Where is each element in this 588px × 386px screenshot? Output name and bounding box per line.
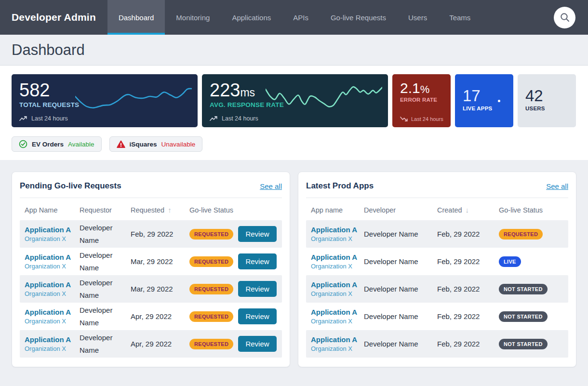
nav-items: DashboardMonitoringApplicationsAPIsGo-li… — [107, 0, 481, 35]
developer-cell: Developer Name — [364, 285, 437, 293]
column-header-go-live-status[interactable]: Go-live Status — [499, 206, 568, 214]
stat-period: Last 24 hours — [210, 115, 258, 122]
stat-unit: ms — [240, 86, 255, 99]
stat-card-users: 42USERS — [518, 74, 576, 127]
search-icon — [560, 12, 570, 23]
column-header-label: Go-live Status — [499, 206, 543, 214]
app-name-link[interactable]: Application A — [25, 253, 80, 262]
column-header-created[interactable]: Created↓ — [437, 206, 499, 214]
nav-item-teams[interactable]: Teams — [438, 0, 481, 35]
status-cell: REQUESTED — [499, 229, 568, 240]
app-org-link[interactable]: Organization X — [25, 235, 80, 242]
app-org-link[interactable]: Organization X — [25, 290, 80, 297]
app-name-link[interactable]: Application A — [25, 308, 80, 317]
status-badge-not-started: NOT STARTED — [499, 311, 548, 322]
created-date-cell: Feb, 29 2022 — [437, 257, 499, 266]
app-name-link[interactable]: Application A — [311, 308, 364, 317]
app-org-link[interactable]: Organization X — [25, 318, 80, 325]
stat-period-label: Last 24 hours — [411, 116, 443, 122]
warning-triangle-icon — [117, 140, 125, 148]
app-org-link[interactable]: Organization X — [311, 345, 364, 352]
sort-asc-icon[interactable]: ↑ — [168, 206, 172, 214]
stat-label: USERS — [525, 106, 568, 111]
review-button[interactable]: Review — [238, 308, 277, 324]
column-header-developer[interactable]: Developer — [364, 206, 437, 214]
pending-request-row: Application AOrganization XDeveloper Nam… — [20, 220, 282, 248]
stat-unit: % — [420, 83, 430, 95]
status-badge-live: LIVE — [499, 256, 521, 267]
created-date-cell: Feb, 29 2022 — [437, 340, 499, 348]
pending-request-row: Application AOrganization XDeveloper Nam… — [20, 303, 282, 330]
stat-period-label: Last 24 hours — [222, 115, 258, 122]
prod-see-all-link[interactable]: See all — [546, 182, 568, 190]
nav-item-users[interactable]: Users — [397, 0, 438, 35]
app-cell: Application AOrganization X — [20, 280, 80, 298]
sort-desc-icon[interactable]: ↓ — [466, 206, 469, 214]
action-cell: Review — [238, 253, 282, 269]
system-status-row: EV OrdersAvailableiSquaresUnavailable — [12, 136, 576, 152]
stat-cards-row: 582TOTAL REQUESTSLast 24 hours223msAVG. … — [12, 74, 576, 127]
stat-card-live-apps: 17LIVE APPS — [455, 74, 513, 127]
app-org-link[interactable]: Organization X — [25, 345, 80, 352]
app-name-link[interactable]: Application A — [25, 280, 80, 290]
review-button[interactable]: Review — [238, 226, 277, 242]
app-org-link[interactable]: Organization X — [25, 263, 80, 270]
app-org-link[interactable]: Organization X — [311, 318, 364, 325]
review-button[interactable]: Review — [238, 253, 277, 269]
stat-card-total-requests: 582TOTAL REQUESTSLast 24 hours — [12, 74, 198, 127]
status-cell: LIVE — [499, 256, 568, 267]
column-header-go-live-status[interactable]: Go-live Status — [189, 206, 238, 214]
stat-label: LIVE APPS — [463, 106, 506, 111]
requested-date-cell: Apr, 29 2022 — [131, 340, 189, 348]
column-header-label: Requested — [131, 206, 164, 214]
latest-prod-apps-panel: Latest Prod Apps See all App nameDevelop… — [298, 172, 576, 367]
trending-up-icon — [19, 116, 27, 121]
system-status-isquares[interactable]: iSquaresUnavailable — [109, 136, 203, 152]
status-cell: REQUESTED — [189, 256, 238, 267]
column-header-app-name[interactable]: App name — [306, 206, 364, 214]
system-name: iSquares — [130, 141, 157, 148]
app-name-link[interactable]: Application A — [25, 335, 80, 345]
column-header-label: Go-live Status — [189, 206, 233, 214]
app-cell: Application AOrganization X — [306, 335, 364, 353]
status-badge-not-started: NOT STARTED — [499, 339, 548, 349]
app-cell: Application AOrganization X — [20, 308, 80, 325]
nav-item-dashboard[interactable]: Dashboard — [107, 0, 165, 35]
column-header-requested[interactable]: Requested↑ — [131, 206, 189, 214]
trending-down-icon — [400, 116, 408, 122]
prod-app-row: Application AOrganization XDeveloper Nam… — [306, 303, 568, 330]
prod-app-row: Application AOrganization XDeveloper Nam… — [306, 330, 568, 358]
stat-label: ERROR RATE — [400, 97, 443, 103]
review-button[interactable]: Review — [238, 281, 277, 297]
app-cell: Application AOrganization X — [20, 335, 80, 353]
column-header-app-name[interactable]: App Name — [20, 206, 80, 214]
nav-item-applications[interactable]: Applications — [221, 0, 282, 35]
decor-dot — [498, 100, 500, 102]
app-org-link[interactable]: Organization X — [311, 235, 364, 242]
pending-see-all-link[interactable]: See all — [260, 182, 282, 190]
nav-item-apis[interactable]: APIs — [282, 0, 320, 35]
search-button[interactable] — [554, 7, 575, 28]
app-name-link[interactable]: Application A — [311, 253, 364, 262]
app-name-link[interactable]: Application A — [311, 226, 364, 235]
app-name-link[interactable]: Application A — [25, 226, 80, 235]
stat-card-avg-response-rate: 223msAVG. RESPONSE RATELast 24 hours — [202, 74, 388, 127]
status-badge-requested: REQUESTED — [499, 229, 543, 240]
status-badge-requested: REQUESTED — [189, 256, 233, 267]
nav-item-monitoring[interactable]: Monitoring — [165, 0, 221, 35]
app-org-link[interactable]: Organization X — [311, 263, 364, 270]
app-org-link[interactable]: Organization X — [311, 290, 364, 297]
column-header-requestor[interactable]: Requestor — [80, 206, 131, 214]
app-name-link[interactable]: Application A — [311, 280, 364, 290]
nav-item-go-live-requests[interactable]: Go-live Requests — [320, 0, 397, 35]
status-badge-requested: REQUESTED — [189, 284, 233, 294]
column-header-label: Developer — [364, 206, 396, 214]
system-status-ev-orders[interactable]: EV OrdersAvailable — [12, 136, 102, 152]
app-name-link[interactable]: Application A — [311, 335, 364, 345]
app-cell: Application AOrganization X — [306, 253, 364, 270]
review-button[interactable]: Review — [238, 336, 277, 352]
status-badge-requested: REQUESTED — [189, 311, 233, 322]
developer-cell: Developer Name — [364, 340, 437, 348]
panel-title: Latest Prod Apps — [306, 181, 374, 191]
system-status-text: Available — [68, 141, 94, 148]
